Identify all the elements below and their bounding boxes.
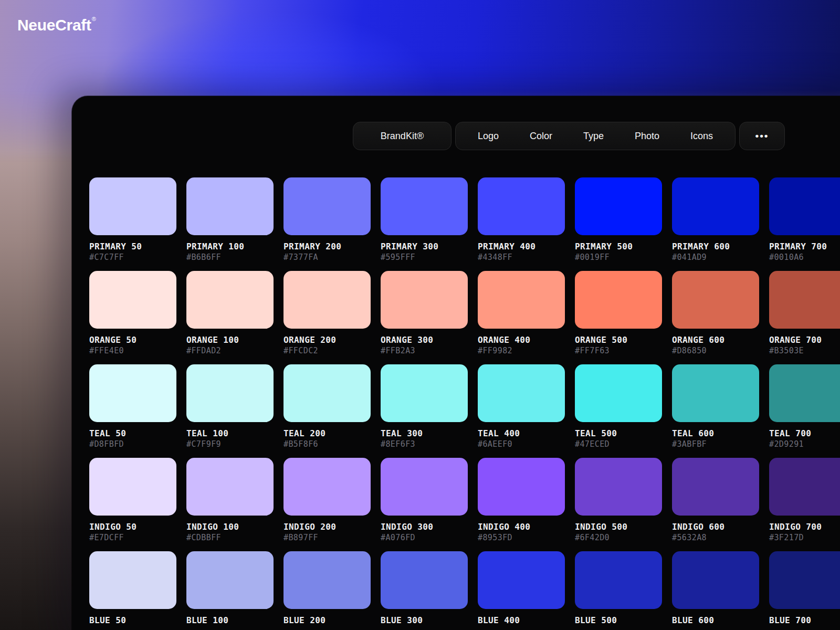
brandkit-panel: BrandKit® LogoColorTypePhotoIcons ••• PR… [72,96,840,630]
swatch-cell: PRIMARY 200#7377FA [284,177,371,262]
swatch-label: TEAL 500 [575,428,662,439]
swatch-hex: #041AD9 [672,253,759,262]
swatch-hex: #C7C7FF [89,253,176,262]
color-swatch[interactable] [769,458,840,516]
color-swatch[interactable] [769,551,840,609]
color-swatch[interactable] [381,364,468,422]
swatch-hex: #FF7F63 [575,346,662,356]
swatch-hex: #C7F9F9 [186,439,274,449]
swatch-hex: #6AEEF0 [478,439,565,449]
color-swatch[interactable] [478,364,565,422]
swatch-cell: PRIMARY 100#B6B6FF [186,177,274,262]
swatch-cell: INDIGO 600#5632A8 [672,458,759,543]
swatch-cell: TEAL 300#8EF6F3 [381,364,468,449]
color-swatch[interactable] [575,177,662,235]
color-swatch[interactable] [769,271,840,329]
color-swatch[interactable] [381,271,468,329]
swatch-hex: #595FFF [381,253,468,262]
swatch-cell: BLUE 200 [284,551,371,630]
color-swatch[interactable] [89,551,176,609]
swatch-label: PRIMARY 300 [381,242,468,252]
swatch-label: ORANGE 500 [575,335,662,345]
swatch-label: PRIMARY 100 [186,242,274,252]
nav-item-logo[interactable]: Logo [478,131,499,142]
swatch-label: BLUE 100 [186,615,274,626]
swatch-hex [89,626,176,630]
nav-item-type[interactable]: Type [583,131,604,142]
brandkit-button[interactable]: BrandKit® [353,122,452,150]
nav-item-photo[interactable]: Photo [635,131,659,142]
swatch-label: BLUE 300 [381,615,468,626]
color-swatch[interactable] [284,458,371,516]
brand-logo: NeueCraft® [17,16,96,34]
color-swatch[interactable] [186,551,274,609]
swatch-cell: ORANGE 50#FFE4E0 [89,271,176,356]
color-swatch[interactable] [672,364,759,422]
swatch-label: ORANGE 600 [672,335,759,345]
color-swatch[interactable] [284,177,371,235]
swatch-cell: TEAL 700#2D9291 [769,364,840,449]
swatch-label: TEAL 50 [89,428,176,439]
swatch-cell: INDIGO 50#E7DCFF [89,458,176,543]
color-swatch[interactable] [284,551,371,609]
nav-item-icons[interactable]: Icons [690,131,713,142]
swatch-hex: #FFDAD2 [186,346,274,356]
color-swatch[interactable] [89,271,176,329]
swatch-cell: INDIGO 300#A076FD [381,458,468,543]
swatch-hex: #3F217D [769,533,840,543]
swatch-label: TEAL 300 [381,428,468,439]
swatch-label: INDIGO 500 [575,522,662,532]
swatch-label: ORANGE 100 [186,335,274,345]
swatch-hex: #FF9982 [478,346,565,356]
swatch-label: ORANGE 700 [769,335,840,345]
swatch-hex: #B6B6FF [186,253,274,262]
color-swatch[interactable] [89,364,176,422]
color-swatch[interactable] [769,177,840,235]
color-swatch[interactable] [575,551,662,609]
nav-bar: BrandKit® LogoColorTypePhotoIcons ••• [353,122,785,150]
color-swatch[interactable] [186,458,274,516]
color-swatch[interactable] [381,177,468,235]
swatch-cell: TEAL 100#C7F9F9 [186,364,274,449]
swatch-label: TEAL 700 [769,428,840,439]
color-swatch[interactable] [284,364,371,422]
color-swatch[interactable] [478,458,565,516]
swatch-cell: TEAL 600#3ABFBF [672,364,759,449]
color-swatch[interactable] [478,551,565,609]
more-button[interactable]: ••• [739,122,785,150]
swatch-cell: BLUE 50 [89,551,176,630]
color-swatch[interactable] [478,271,565,329]
color-swatch[interactable] [381,551,468,609]
swatch-hex: #5632A8 [672,533,759,543]
color-swatch[interactable] [575,271,662,329]
swatch-label: BLUE 700 [769,615,840,626]
color-swatch[interactable] [186,364,274,422]
swatch-cell: TEAL 400#6AEEF0 [478,364,565,449]
color-swatch[interactable] [769,364,840,422]
color-swatch[interactable] [186,177,274,235]
color-swatch[interactable] [478,177,565,235]
swatch-hex [381,626,468,630]
swatch-label: PRIMARY 500 [575,242,662,252]
color-swatch[interactable] [575,458,662,516]
color-swatch[interactable] [575,364,662,422]
nav-item-color[interactable]: Color [530,131,552,142]
color-swatch[interactable] [186,271,274,329]
color-swatch[interactable] [284,271,371,329]
swatch-label: PRIMARY 200 [284,242,371,252]
color-swatch[interactable] [672,271,759,329]
color-swatch[interactable] [381,458,468,516]
color-swatch[interactable] [89,177,176,235]
color-swatch[interactable] [672,551,759,609]
color-swatch[interactable] [672,458,759,516]
swatch-label: BLUE 500 [575,615,662,626]
color-swatch[interactable] [672,177,759,235]
swatch-label: INDIGO 700 [769,522,840,532]
swatch-label: TEAL 100 [186,428,274,439]
swatch-label: PRIMARY 700 [769,242,840,252]
swatch-hex: #FFB2A3 [381,346,468,356]
color-swatch[interactable] [89,458,176,516]
swatch-hex: #2D9291 [769,439,840,449]
swatch-hex [284,626,371,630]
swatch-label: INDIGO 100 [186,522,274,532]
